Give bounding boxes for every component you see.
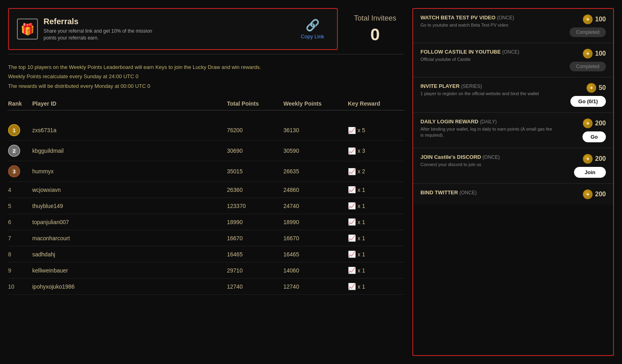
key-reward-value: x 2 [358,168,365,175]
mission-title: WATCH BETA TEST PV VIDEO (ONCE) [420,15,553,21]
mission-right: ✦ 200 Join [558,154,606,178]
key-icon: 📈 [348,234,356,242]
key-reward: 📈 x 1 [348,250,404,258]
mission-points: ✦ 200 [583,119,606,128]
rank-cell: 1 [8,124,32,136]
mission-title: BIND TWITTER (ONCE) [420,189,553,196]
rank-cell: 5 [8,203,32,209]
key-reward-value: x 1 [358,267,365,274]
key-icon: 📈 [348,250,356,258]
key-icon: 📈 [348,202,356,210]
player-id: topanjulian007 [32,219,227,225]
weekly-points: 16670 [283,235,348,241]
coin-icon: ✦ [583,154,593,164]
mission-description: 1 player to register on the official web… [420,91,553,97]
key-reward: 📈 x 1 [348,234,404,242]
mission-item: BIND TWITTER (ONCE) ✦ 200 [413,184,613,205]
coin-icon: ✦ [583,189,593,199]
total-points: 29710 [227,267,283,274]
player-id: hummyx [32,168,227,175]
key-reward-value: x 1 [358,203,365,209]
table-row: 5 thuyblue149 123370 24740 📈 x 1 [8,198,404,214]
key-reward-value: x 1 [358,235,365,241]
points-value: 200 [595,120,606,127]
weekly-points: 16465 [283,251,348,258]
go-button[interactable]: Go [582,131,606,142]
key-reward: 📈 x 5 [348,127,404,134]
go-button[interactable]: Go (0/1) [570,96,606,107]
table-row: 1 zxs6731a 76200 36130 📈 x 5 [8,120,404,141]
weekly-points: 18990 [283,219,348,225]
table-row: 3 hummyx 35015 26635 📈 x 2 [8,161,404,182]
mission-description: Official youtube of Castile [420,56,553,62]
referral-icon: 🎁 [17,19,38,40]
player-id: kbgguildmail [32,148,227,154]
mission-left: DAILY LOGIN REWARD (DAILY) After binding… [420,119,553,139]
mission-tag: (ONCE) [502,49,520,55]
missions-panel: WATCH BETA TEST PV VIDEO (ONCE) Go to yo… [412,8,614,356]
total-points: 16465 [227,251,283,258]
key-reward: 📈 x 1 [348,218,404,226]
total-points: 35015 [227,168,283,175]
leaderboard-table: 1 zxs6731a 76200 36130 📈 x 5 2 kbgguildm… [8,120,404,295]
desc-line-1: The top 10 players on the Weekly Points … [8,62,404,72]
desc-line-3: The rewards will be distributed every Mo… [8,81,404,91]
key-reward: 📈 x 1 [348,186,404,193]
mission-item: WATCH BETA TEST PV VIDEO (ONCE) Go to yo… [413,9,613,43]
key-reward: 📈 x 1 [348,283,404,290]
coin-icon: ✦ [587,83,596,93]
mission-points: ✦ 100 [583,15,606,24]
weekly-points: 24860 [283,187,348,193]
player-id: wcjowxiavn [32,187,227,193]
player-id: thuyblue149 [32,203,227,209]
mission-left: BIND TWITTER (ONCE) [420,189,553,197]
weekly-points: 14060 [283,267,348,274]
total-points: 30690 [227,148,283,154]
mission-item: INVITE PLAYER (SERIES) 1 player to regis… [413,77,613,113]
total-invitees-label: Total Invitees [354,14,396,23]
mission-points: ✦ 200 [583,154,606,164]
total-invitees-value: 0 [370,25,380,44]
player-id: sadhdahj [32,251,227,258]
col-total-points: Total Points [227,100,283,107]
mission-points: ✦ 200 [583,189,606,199]
weekly-points: 30590 [283,148,348,154]
rank-cell: 10 [8,283,32,290]
key-reward-value: x 1 [358,187,365,193]
mission-description: After binding your wallet, log in daily … [420,126,553,139]
completed-button: Completed [570,27,606,37]
total-points: 76200 [227,127,283,133]
rank-number: 7 [8,235,11,241]
col-weekly-points: Weekly Points [283,100,348,107]
mission-right: ✦ 100 Completed [558,49,606,71]
completed-button: Completed [570,62,606,71]
rank-badge-1: 1 [8,124,20,136]
rank-badge-2: 2 [8,145,20,157]
key-icon: 📈 [348,186,356,193]
key-reward-value: x 3 [358,148,365,154]
mission-title: FOLLOW CASTILE IN YOUTUBE (ONCE) [420,49,553,55]
mission-left: FOLLOW CASTILE IN YOUTUBE (ONCE) Officia… [420,49,553,62]
link-icon: 🔗 [306,19,320,32]
points-value: 200 [595,155,606,162]
mission-points: ✦ 100 [583,49,606,58]
mission-title: INVITE PLAYER (SERIES) [420,83,553,89]
key-reward: 📈 x 1 [348,202,404,210]
copy-link-button[interactable]: 🔗 Copy Link [296,15,329,43]
player-id: maconharcourt [32,235,227,241]
table-row: 4 wcjowxiavn 26360 24860 📈 x 1 [8,182,404,198]
key-icon: 📈 [348,168,356,175]
key-icon: 📈 [348,218,356,226]
join-button[interactable]: Join [574,167,606,178]
rank-badge-3: 3 [8,165,20,177]
mission-item: JOIN Castile's DISCORD (ONCE) Connect yo… [413,148,613,184]
mission-right: ✦ 200 Go [558,119,606,142]
rank-cell: 8 [8,251,32,258]
rank-number: 9 [8,267,11,274]
mission-left: JOIN Castile's DISCORD (ONCE) Connect yo… [420,154,553,168]
key-icon: 📈 [348,283,356,290]
key-reward-value: x 1 [358,283,365,290]
total-points: 123370 [227,203,283,209]
points-value: 200 [595,191,606,198]
player-id: ipohyxojuko1986 [32,283,227,290]
